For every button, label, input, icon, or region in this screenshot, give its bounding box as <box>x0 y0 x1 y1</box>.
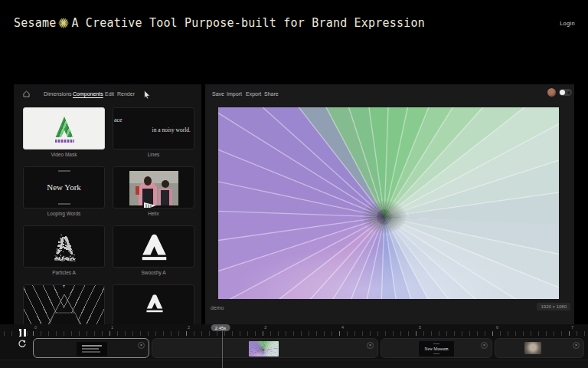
particles-a-thumbnail[interactable]: A <box>23 225 105 268</box>
component-card-helix[interactable]: Helix <box>113 166 194 220</box>
site-tagline: A Creative Tool Purpose-built for Brand … <box>71 16 425 30</box>
project-name: demo <box>211 305 224 310</box>
ruler-number: 6 <box>496 325 498 330</box>
toggle-dot-icon <box>567 91 570 94</box>
swooshy-a-thumbnail[interactable] <box>113 225 194 268</box>
playhead-line[interactable] <box>222 331 223 368</box>
home-icon[interactable] <box>23 90 30 97</box>
nav-edit[interactable]: Edit <box>105 91 114 97</box>
swooshy-letter-a <box>137 233 172 261</box>
card-label: Particles A <box>23 270 105 275</box>
lines-corner-text: ace <box>114 117 122 123</box>
ruler-number: 2 <box>188 325 190 330</box>
preview-panel: Save Import Export Share demo 1920 × 108… <box>205 84 574 324</box>
timeline-clip-photo[interactable]: × <box>495 338 584 358</box>
brand-name: Sesame <box>14 16 56 30</box>
particles-letter-a: A <box>44 228 86 267</box>
component-card-clipped-a[interactable] <box>113 284 194 324</box>
site-title: SesameA Creative Tool Purpose-built for … <box>14 16 425 30</box>
clip-close-button[interactable]: × <box>367 342 374 349</box>
nav-components[interactable]: Components <box>73 91 103 97</box>
page: SesameA Creative Tool Purpose-built for … <box>0 0 588 368</box>
login-button[interactable]: Login <box>560 20 575 27</box>
component-card-lines[interactable]: ace in a noisy world. Lines <box>113 107 194 161</box>
ruler-number: 5 <box>419 325 421 330</box>
menu-share[interactable]: Share <box>264 91 279 97</box>
timeline-ruler[interactable] <box>0 331 588 336</box>
component-card-clipped-lines[interactable] <box>23 284 105 324</box>
ruler-number: 0 <box>34 325 37 330</box>
menu-save[interactable]: Save <box>212 91 224 97</box>
user-avatar[interactable] <box>547 88 556 97</box>
decorative-bar <box>433 353 439 354</box>
timeline: 0 1 2 3 4 5 6 7 2.45s × × New Museum × <box>0 324 588 368</box>
flag-graphic <box>143 201 160 209</box>
line-a-outline <box>24 285 105 324</box>
nav-dimensions[interactable]: Dimensions <box>44 91 72 97</box>
component-card-looping-words[interactable]: New York Looping Words <box>23 166 105 220</box>
clip-close-button[interactable]: × <box>138 342 145 349</box>
preview-canvas[interactable] <box>218 107 559 299</box>
card-label: Video Mask <box>23 152 105 157</box>
loop-button[interactable] <box>18 340 27 349</box>
svg-text:A: A <box>55 230 74 259</box>
menu-export[interactable]: Export <box>246 91 261 97</box>
decorative-bar <box>58 203 70 205</box>
card-label: Helix <box>113 211 194 216</box>
photo-clip-thumbnail <box>524 342 541 354</box>
letter-a-thumbnail[interactable] <box>113 284 194 324</box>
component-card-video-mask[interactable]: Video Mask <box>23 107 105 161</box>
decorative-bar <box>58 170 70 172</box>
masked-wordmark <box>55 140 74 143</box>
ruler-number: 3 <box>264 325 266 330</box>
card-label: Swooshy A <box>113 270 194 275</box>
component-card-particles-a[interactable]: A Particles A <box>23 225 105 279</box>
line-pattern-thumbnail[interactable] <box>23 284 105 324</box>
clip-close-button[interactable]: × <box>481 342 488 349</box>
playhead-time-badge[interactable]: 2.45s <box>211 324 230 331</box>
menu-import[interactable]: Import <box>227 91 242 97</box>
letter-a-glyph <box>142 292 167 315</box>
timeline-clip-spiral[interactable]: × <box>152 338 378 358</box>
card-label: Lines <box>113 152 194 157</box>
timeline-footer-strip <box>0 360 588 368</box>
ruler-number: 7 <box>571 325 573 330</box>
looping-words-thumbnail[interactable]: New York <box>23 166 105 209</box>
nav-render[interactable]: Render <box>117 91 135 97</box>
new-museum-text: New Museum <box>419 347 454 351</box>
new-museum-thumbnail: New Museum <box>419 341 454 356</box>
lines-thumbnail[interactable]: ace in a noisy world. <box>113 107 194 150</box>
lines-caption-text: in a noisy world. <box>152 127 191 133</box>
text-block-thumbnail <box>77 342 107 356</box>
timeline-clip-text[interactable]: × <box>33 338 149 358</box>
decorative-bar <box>433 343 439 344</box>
timeline-clip-new-museum[interactable]: New Museum × <box>381 338 492 358</box>
ruler-number: 1 <box>111 325 113 330</box>
spiral-artwork <box>218 107 559 299</box>
resolution-badge: 1920 × 1080 <box>537 303 570 310</box>
clip-close-button[interactable]: × <box>573 342 580 349</box>
spiral-clip-thumbnail <box>249 341 279 356</box>
components-panel: Dimensions Components Edit Render Video … <box>14 84 201 324</box>
video-mask-thumbnail[interactable] <box>23 107 105 150</box>
toggle-knob <box>560 90 565 95</box>
component-card-swooshy-a[interactable]: Swooshy A <box>113 225 194 279</box>
card-label: Looping Words <box>23 211 105 216</box>
star-icon <box>58 18 69 28</box>
ruler-number: 4 <box>341 325 344 330</box>
helix-thumbnail[interactable] <box>113 166 194 209</box>
mouse-cursor-icon <box>144 90 151 99</box>
theme-toggle[interactable] <box>559 89 572 96</box>
masked-letter-a <box>53 117 76 137</box>
looping-word: New York <box>24 182 104 192</box>
